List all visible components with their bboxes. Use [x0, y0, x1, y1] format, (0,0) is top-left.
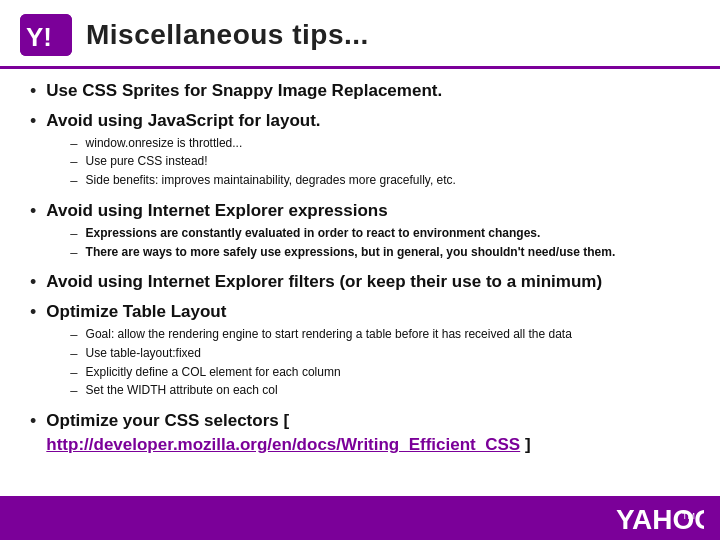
sub-item-2b: – Use pure CSS instead! — [70, 153, 456, 170]
sub-text-5a: Goal: allow the rendering engine to star… — [86, 326, 572, 343]
sub-dash-2a: – — [70, 136, 77, 151]
bullet-dot-3: • — [30, 201, 36, 222]
slide: Y! Miscellaneous tips... • Use CSS Sprit… — [0, 0, 720, 540]
sub-item-2a: – window.onresize is throttled... — [70, 135, 456, 152]
sub-item-3a: – Expressions are constantly evaluated i… — [70, 225, 615, 242]
sub-text-3b: There are ways to more safely use expres… — [86, 244, 616, 261]
footer: YAHOO! TM — [0, 496, 720, 540]
content: • Use CSS Sprites for Snappy Image Repla… — [0, 69, 720, 496]
bullet-dot-5: • — [30, 302, 36, 323]
sub-list-5: – Goal: allow the rendering engine to st… — [70, 326, 572, 399]
yahoo-logo: Y! — [20, 14, 72, 56]
sub-dash-5c: – — [70, 365, 77, 380]
bullet-6-after: ] — [520, 435, 530, 454]
bullet-6-link[interactable]: http://developer.mozilla.org/en/docs/Wri… — [46, 435, 520, 454]
sub-list-3: – Expressions are constantly evaluated i… — [70, 225, 615, 261]
sub-dash-5b: – — [70, 346, 77, 361]
sub-item-5b: – Use table-layout:fixed — [70, 345, 572, 362]
bullet-dot-4: • — [30, 272, 36, 293]
bullet-item-6: • Optimize your CSS selectors [ http://d… — [30, 409, 690, 457]
bullet-item-4: • Avoid using Internet Explorer filters … — [30, 270, 690, 294]
svg-text:Y!: Y! — [26, 22, 52, 52]
bullet-item-5: • Optimize Table Layout – Goal: allow th… — [30, 300, 690, 403]
sub-dash-3b: – — [70, 245, 77, 260]
header: Y! Miscellaneous tips... — [0, 0, 720, 69]
sub-text-5c: Explicitly define a COL element for each… — [86, 364, 341, 381]
sub-dash-2b: – — [70, 154, 77, 169]
bullet-text-3: Avoid using Internet Explorer expression… — [46, 201, 387, 220]
bullet-text-2: Avoid using JavaScript for layout. — [46, 111, 320, 130]
sub-list-2: – window.onresize is throttled... – Use … — [70, 135, 456, 189]
sub-dash-3a: – — [70, 226, 77, 241]
sub-item-2c: – Side benefits: improves maintainabilit… — [70, 172, 456, 189]
sub-text-5d: Set the WIDTH attribute on each col — [86, 382, 278, 399]
sub-text-2c: Side benefits: improves maintainability,… — [86, 172, 456, 189]
header-title: Miscellaneous tips... — [86, 19, 369, 51]
sub-text-5b: Use table-layout:fixed — [86, 345, 201, 362]
bullet-6-before: Optimize your CSS selectors [ — [46, 411, 289, 430]
bullet-text-1: Use CSS Sprites for Snappy Image Replace… — [46, 79, 442, 103]
sub-dash-2c: – — [70, 173, 77, 188]
sub-dash-5a: – — [70, 327, 77, 342]
bullet-dot-6: • — [30, 411, 36, 432]
sub-text-2a: window.onresize is throttled... — [86, 135, 243, 152]
bullet-dot-2: • — [30, 111, 36, 132]
sub-item-3b: – There are ways to more safely use expr… — [70, 244, 615, 261]
bullet-text-6: Optimize your CSS selectors [ http://dev… — [46, 409, 690, 457]
sub-text-3a: Expressions are constantly evaluated in … — [86, 225, 541, 242]
sub-text-2b: Use pure CSS instead! — [86, 153, 208, 170]
bullet-item-2: • Avoid using JavaScript for layout. – w… — [30, 109, 690, 193]
bullet-text-5: Optimize Table Layout — [46, 302, 226, 321]
bullet-text-4: Avoid using Internet Explorer filters (o… — [46, 270, 602, 294]
svg-text:TM: TM — [682, 511, 695, 521]
sub-item-5d: – Set the WIDTH attribute on each col — [70, 382, 572, 399]
bullet-item-1: • Use CSS Sprites for Snappy Image Repla… — [30, 79, 690, 103]
sub-item-5a: – Goal: allow the rendering engine to st… — [70, 326, 572, 343]
sub-item-5c: – Explicitly define a COL element for ea… — [70, 364, 572, 381]
bullet-item-3: • Avoid using Internet Explorer expressi… — [30, 199, 690, 264]
bullet-dot-1: • — [30, 81, 36, 102]
footer-yahoo-logo: YAHOO! TM — [614, 501, 704, 535]
sub-dash-5d: – — [70, 383, 77, 398]
